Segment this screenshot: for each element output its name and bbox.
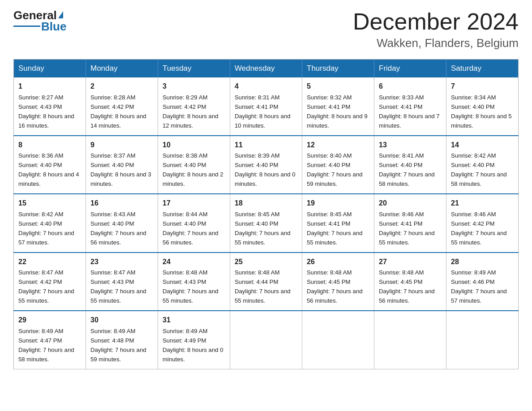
sunrise-info: Sunrise: 8:42 AM <box>18 211 63 218</box>
sunrise-info: Sunrise: 8:44 AM <box>163 211 207 218</box>
sunset-info: Sunset: 4:46 PM <box>451 278 495 285</box>
sunrise-info: Sunrise: 8:31 AM <box>235 94 279 101</box>
sunset-info: Sunset: 4:40 PM <box>90 162 134 168</box>
daylight-info: Daylight: 7 hours and 55 minutes. <box>163 288 219 304</box>
day-number: 28 <box>451 257 514 268</box>
sunrise-info: Sunrise: 8:49 AM <box>163 328 207 334</box>
sunrise-info: Sunrise: 8:46 AM <box>451 211 496 218</box>
daylight-info: Daylight: 7 hours and 56 minutes. <box>90 230 146 246</box>
daylight-info: Daylight: 8 hours and 12 minutes. <box>163 113 219 129</box>
col-header-sunday: Sunday <box>14 60 86 78</box>
calendar-cell <box>374 311 446 369</box>
day-number: 22 <box>18 257 81 268</box>
day-number: 3 <box>163 81 225 92</box>
title-section: December 2024 Wakken, Flanders, Belgium <box>353 9 519 50</box>
daylight-info: Daylight: 8 hours and 3 minutes. <box>90 171 151 187</box>
sunset-info: Sunset: 4:42 PM <box>18 278 62 285</box>
calendar-cell: 30 Sunrise: 8:49 AM Sunset: 4:48 PM Dayl… <box>86 311 158 369</box>
calendar-cell: 10 Sunrise: 8:38 AM Sunset: 4:40 PM Dayl… <box>158 136 230 194</box>
sunset-info: Sunset: 4:40 PM <box>90 220 134 227</box>
sunset-info: Sunset: 4:42 PM <box>163 103 206 110</box>
day-number: 18 <box>235 198 297 209</box>
sunset-info: Sunset: 4:41 PM <box>307 103 351 110</box>
daylight-info: Daylight: 7 hours and 56 minutes. <box>163 230 219 246</box>
sunset-info: Sunset: 4:41 PM <box>379 103 423 110</box>
sunrise-info: Sunrise: 8:36 AM <box>18 152 63 159</box>
sunset-info: Sunset: 4:40 PM <box>307 162 351 168</box>
calendar-week-row: 29 Sunrise: 8:49 AM Sunset: 4:47 PM Dayl… <box>14 311 519 369</box>
day-number: 31 <box>163 315 225 326</box>
sunset-info: Sunset: 4:44 PM <box>235 278 279 285</box>
daylight-info: Daylight: 8 hours and 0 minutes. <box>163 347 223 363</box>
day-number: 5 <box>307 81 369 92</box>
daylight-info: Daylight: 7 hours and 59 minutes. <box>307 171 363 187</box>
day-number: 7 <box>451 81 514 92</box>
calendar-cell: 31 Sunrise: 8:49 AM Sunset: 4:49 PM Dayl… <box>158 311 230 369</box>
calendar-cell: 4 Sunrise: 8:31 AM Sunset: 4:41 PM Dayli… <box>230 77 302 135</box>
sunrise-info: Sunrise: 8:49 AM <box>18 328 63 334</box>
sunrise-info: Sunrise: 8:37 AM <box>90 152 135 159</box>
sunset-info: Sunset: 4:40 PM <box>18 220 62 227</box>
calendar-table: SundayMondayTuesdayWednesdayThursdayFrid… <box>13 59 519 369</box>
logo-text-blue: Blue <box>41 20 66 33</box>
sunset-info: Sunset: 4:43 PM <box>18 103 62 110</box>
calendar-cell: 13 Sunrise: 8:41 AM Sunset: 4:40 PM Dayl… <box>374 136 446 194</box>
daylight-info: Daylight: 8 hours and 10 minutes. <box>235 113 291 129</box>
sunset-info: Sunset: 4:40 PM <box>451 162 495 168</box>
calendar-cell: 1 Sunrise: 8:27 AM Sunset: 4:43 PM Dayli… <box>14 77 86 135</box>
sunrise-info: Sunrise: 8:49 AM <box>451 269 496 276</box>
sunset-info: Sunset: 4:40 PM <box>235 220 279 227</box>
day-number: 25 <box>235 257 297 268</box>
sunrise-info: Sunrise: 8:46 AM <box>379 211 424 218</box>
day-number: 9 <box>90 140 153 151</box>
day-number: 6 <box>379 81 442 92</box>
col-header-monday: Monday <box>86 60 158 78</box>
sunrise-info: Sunrise: 8:40 AM <box>307 152 352 159</box>
col-header-wednesday: Wednesday <box>230 60 302 78</box>
calendar-cell: 15 Sunrise: 8:42 AM Sunset: 4:40 PM Dayl… <box>14 194 86 252</box>
daylight-info: Daylight: 7 hours and 58 minutes. <box>18 347 74 363</box>
col-header-thursday: Thursday <box>302 60 374 78</box>
calendar-week-row: 15 Sunrise: 8:42 AM Sunset: 4:40 PM Dayl… <box>14 194 519 252</box>
month-title: December 2024 <box>353 9 519 34</box>
day-number: 13 <box>379 140 442 151</box>
sunset-info: Sunset: 4:42 PM <box>90 103 134 110</box>
sunset-info: Sunset: 4:40 PM <box>163 220 206 227</box>
calendar-cell: 20 Sunrise: 8:46 AM Sunset: 4:41 PM Dayl… <box>374 194 446 252</box>
calendar-cell: 14 Sunrise: 8:42 AM Sunset: 4:40 PM Dayl… <box>446 136 519 194</box>
calendar-cell: 19 Sunrise: 8:45 AM Sunset: 4:41 PM Dayl… <box>302 194 374 252</box>
calendar-cell: 23 Sunrise: 8:47 AM Sunset: 4:43 PM Dayl… <box>86 253 158 311</box>
calendar-cell: 18 Sunrise: 8:45 AM Sunset: 4:40 PM Dayl… <box>230 194 302 252</box>
calendar-week-row: 1 Sunrise: 8:27 AM Sunset: 4:43 PM Dayli… <box>14 77 519 135</box>
day-number: 11 <box>235 140 297 151</box>
sunset-info: Sunset: 4:40 PM <box>451 103 495 110</box>
sunset-info: Sunset: 4:45 PM <box>307 278 351 285</box>
day-number: 30 <box>90 315 153 326</box>
calendar-cell: 8 Sunrise: 8:36 AM Sunset: 4:40 PM Dayli… <box>14 136 86 194</box>
calendar-cell <box>302 311 374 369</box>
daylight-info: Daylight: 7 hours and 57 minutes. <box>18 230 74 246</box>
daylight-info: Daylight: 7 hours and 58 minutes. <box>451 171 507 187</box>
sunrise-info: Sunrise: 8:39 AM <box>235 152 279 159</box>
daylight-info: Daylight: 7 hours and 59 minutes. <box>90 347 146 363</box>
sunrise-info: Sunrise: 8:45 AM <box>307 211 352 218</box>
logo: General Blue <box>13 9 66 33</box>
calendar-cell: 28 Sunrise: 8:49 AM Sunset: 4:46 PM Dayl… <box>446 253 519 311</box>
calendar-cell: 26 Sunrise: 8:48 AM Sunset: 4:45 PM Dayl… <box>302 253 374 311</box>
sunrise-info: Sunrise: 8:48 AM <box>163 269 207 276</box>
sunrise-info: Sunrise: 8:47 AM <box>90 269 135 276</box>
day-number: 21 <box>451 198 514 209</box>
daylight-info: Daylight: 8 hours and 14 minutes. <box>90 113 146 129</box>
calendar-cell: 6 Sunrise: 8:33 AM Sunset: 4:41 PM Dayli… <box>374 77 446 135</box>
sunset-info: Sunset: 4:41 PM <box>307 220 351 227</box>
daylight-info: Daylight: 7 hours and 56 minutes. <box>379 288 435 304</box>
sunset-info: Sunset: 4:40 PM <box>18 162 62 168</box>
day-number: 29 <box>18 315 81 326</box>
calendar-cell: 12 Sunrise: 8:40 AM Sunset: 4:40 PM Dayl… <box>302 136 374 194</box>
daylight-info: Daylight: 8 hours and 5 minutes. <box>451 113 512 129</box>
location-title: Wakken, Flanders, Belgium <box>353 36 519 50</box>
day-number: 8 <box>18 140 81 151</box>
sunrise-info: Sunrise: 8:47 AM <box>18 269 63 276</box>
calendar-cell <box>446 311 519 369</box>
calendar-week-row: 8 Sunrise: 8:36 AM Sunset: 4:40 PM Dayli… <box>14 136 519 194</box>
